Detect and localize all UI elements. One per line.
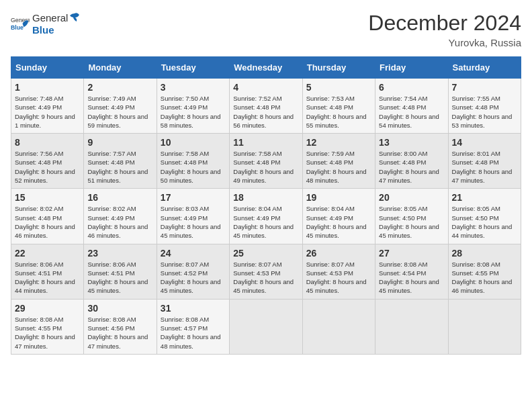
day-number: 5 <box>306 82 371 93</box>
calendar-cell: 9 Sunrise: 7:57 AM Sunset: 4:48 PM Dayli… <box>84 134 157 189</box>
calendar-cell: 29 Sunrise: 8:08 AM Sunset: 4:55 PM Dayl… <box>11 299 84 354</box>
day-info: Sunrise: 8:08 AM Sunset: 4:57 PM Dayligh… <box>161 315 226 351</box>
day-info: Sunrise: 8:05 AM Sunset: 4:50 PM Dayligh… <box>379 204 444 240</box>
calendar-cell: 21 Sunrise: 8:05 AM Sunset: 4:50 PM Dayl… <box>448 189 521 244</box>
logo-text-blue: Blue <box>32 24 54 36</box>
page-header: General Blue General Blue December 2024 … <box>11 11 521 48</box>
logo-text-general: General <box>32 12 68 24</box>
logo-icon: General Blue <box>11 14 30 33</box>
calendar-cell: 11 Sunrise: 7:58 AM Sunset: 4:48 PM Dayl… <box>230 134 302 189</box>
day-number: 26 <box>306 248 371 259</box>
calendar-cell: 1 Sunrise: 7:48 AM Sunset: 4:49 PM Dayli… <box>11 79 84 134</box>
calendar-cell: 13 Sunrise: 8:00 AM Sunset: 4:48 PM Dayl… <box>375 134 448 189</box>
calendar-week-row: 29 Sunrise: 8:08 AM Sunset: 4:55 PM Dayl… <box>11 299 521 354</box>
calendar-cell: 2 Sunrise: 7:49 AM Sunset: 4:49 PM Dayli… <box>84 79 157 134</box>
day-info: Sunrise: 8:03 AM Sunset: 4:49 PM Dayligh… <box>161 204 226 240</box>
subtitle: Yurovka, Russia <box>368 37 521 48</box>
calendar-cell: 15 Sunrise: 8:02 AM Sunset: 4:48 PM Dayl… <box>11 189 84 244</box>
day-info: Sunrise: 7:52 AM Sunset: 4:48 PM Dayligh… <box>233 94 298 130</box>
logo-bird-icon <box>68 11 81 24</box>
header-tuesday: Tuesday <box>157 57 229 79</box>
calendar-week-row: 1 Sunrise: 7:48 AM Sunset: 4:49 PM Dayli… <box>11 79 521 134</box>
day-info: Sunrise: 7:54 AM Sunset: 4:48 PM Dayligh… <box>379 94 444 130</box>
day-number: 8 <box>15 137 80 148</box>
calendar-cell: 8 Sunrise: 7:56 AM Sunset: 4:48 PM Dayli… <box>11 134 84 189</box>
day-info: Sunrise: 8:02 AM Sunset: 4:48 PM Dayligh… <box>15 204 80 240</box>
calendar-week-row: 8 Sunrise: 7:56 AM Sunset: 4:48 PM Dayli… <box>11 134 521 189</box>
calendar-cell: 23 Sunrise: 8:06 AM Sunset: 4:51 PM Dayl… <box>84 244 157 299</box>
day-info: Sunrise: 8:05 AM Sunset: 4:50 PM Dayligh… <box>452 204 517 240</box>
day-info: Sunrise: 7:50 AM Sunset: 4:49 PM Dayligh… <box>161 94 226 130</box>
day-info: Sunrise: 7:55 AM Sunset: 4:48 PM Dayligh… <box>452 94 517 130</box>
calendar-cell: 22 Sunrise: 8:06 AM Sunset: 4:51 PM Dayl… <box>11 244 84 299</box>
day-info: Sunrise: 7:56 AM Sunset: 4:48 PM Dayligh… <box>15 149 80 185</box>
calendar-cell: 6 Sunrise: 7:54 AM Sunset: 4:48 PM Dayli… <box>375 79 448 134</box>
calendar-week-row: 15 Sunrise: 8:02 AM Sunset: 4:48 PM Dayl… <box>11 189 521 244</box>
calendar-cell <box>448 299 521 354</box>
day-info: Sunrise: 8:06 AM Sunset: 4:51 PM Dayligh… <box>87 260 152 295</box>
day-number: 13 <box>379 137 444 148</box>
day-number: 11 <box>233 137 298 148</box>
day-info: Sunrise: 8:04 AM Sunset: 4:49 PM Dayligh… <box>233 204 298 240</box>
day-info: Sunrise: 7:49 AM Sunset: 4:49 PM Dayligh… <box>87 94 152 130</box>
day-info: Sunrise: 8:08 AM Sunset: 4:55 PM Dayligh… <box>15 315 80 351</box>
day-info: Sunrise: 7:59 AM Sunset: 4:48 PM Dayligh… <box>306 149 371 185</box>
day-number: 4 <box>233 82 298 93</box>
calendar-cell: 28 Sunrise: 8:08 AM Sunset: 4:55 PM Dayl… <box>448 244 521 299</box>
days-of-week-row: Sunday Monday Tuesday Wednesday Thursday… <box>11 57 521 79</box>
day-number: 23 <box>87 248 152 259</box>
calendar-cell: 5 Sunrise: 7:53 AM Sunset: 4:48 PM Dayli… <box>302 79 375 134</box>
day-info: Sunrise: 8:07 AM Sunset: 4:53 PM Dayligh… <box>306 260 371 295</box>
calendar-cell: 31 Sunrise: 8:08 AM Sunset: 4:57 PM Dayl… <box>157 299 229 354</box>
calendar-cell: 16 Sunrise: 8:02 AM Sunset: 4:49 PM Dayl… <box>84 189 157 244</box>
day-number: 14 <box>452 137 517 148</box>
calendar-cell: 12 Sunrise: 7:59 AM Sunset: 4:48 PM Dayl… <box>302 134 375 189</box>
calendar-cell: 24 Sunrise: 8:07 AM Sunset: 4:52 PM Dayl… <box>157 244 229 299</box>
header-saturday: Saturday <box>448 57 521 79</box>
header-monday: Monday <box>84 57 157 79</box>
day-number: 22 <box>15 248 80 259</box>
day-info: Sunrise: 8:02 AM Sunset: 4:49 PM Dayligh… <box>87 204 152 240</box>
header-wednesday: Wednesday <box>230 57 302 79</box>
day-info: Sunrise: 8:08 AM Sunset: 4:55 PM Dayligh… <box>452 260 517 295</box>
calendar-cell: 19 Sunrise: 8:04 AM Sunset: 4:49 PM Dayl… <box>302 189 375 244</box>
title-block: December 2024 Yurovka, Russia <box>368 11 521 48</box>
calendar-cell: 18 Sunrise: 8:04 AM Sunset: 4:49 PM Dayl… <box>230 189 302 244</box>
calendar-cell <box>375 299 448 354</box>
day-number: 7 <box>452 82 517 93</box>
day-number: 16 <box>87 192 152 203</box>
day-number: 28 <box>452 248 517 259</box>
calendar-body: 1 Sunrise: 7:48 AM Sunset: 4:49 PM Dayli… <box>11 79 521 355</box>
calendar-cell <box>230 299 302 354</box>
day-info: Sunrise: 7:57 AM Sunset: 4:48 PM Dayligh… <box>87 149 152 185</box>
calendar-table: Sunday Monday Tuesday Wednesday Thursday… <box>11 56 521 355</box>
day-number: 12 <box>306 137 371 148</box>
day-number: 29 <box>15 303 80 314</box>
calendar-cell: 17 Sunrise: 8:03 AM Sunset: 4:49 PM Dayl… <box>157 189 229 244</box>
day-info: Sunrise: 8:04 AM Sunset: 4:49 PM Dayligh… <box>306 204 371 240</box>
calendar-cell: 27 Sunrise: 8:08 AM Sunset: 4:54 PM Dayl… <box>375 244 448 299</box>
day-info: Sunrise: 7:48 AM Sunset: 4:49 PM Dayligh… <box>15 94 80 130</box>
day-number: 20 <box>379 192 444 203</box>
day-number: 9 <box>87 137 152 148</box>
day-info: Sunrise: 7:58 AM Sunset: 4:48 PM Dayligh… <box>161 149 226 185</box>
day-number: 21 <box>452 192 517 203</box>
day-number: 3 <box>161 82 226 93</box>
calendar-cell: 26 Sunrise: 8:07 AM Sunset: 4:53 PM Dayl… <box>302 244 375 299</box>
day-info: Sunrise: 8:07 AM Sunset: 4:53 PM Dayligh… <box>233 260 298 295</box>
day-info: Sunrise: 8:00 AM Sunset: 4:48 PM Dayligh… <box>379 149 444 185</box>
day-number: 1 <box>15 82 80 93</box>
day-number: 15 <box>15 192 80 203</box>
day-info: Sunrise: 8:08 AM Sunset: 4:54 PM Dayligh… <box>379 260 444 295</box>
calendar-week-row: 22 Sunrise: 8:06 AM Sunset: 4:51 PM Dayl… <box>11 244 521 299</box>
main-title: December 2024 <box>368 11 521 36</box>
day-number: 2 <box>87 82 152 93</box>
day-info: Sunrise: 8:01 AM Sunset: 4:48 PM Dayligh… <box>452 149 517 185</box>
day-number: 18 <box>233 192 298 203</box>
calendar-cell: 25 Sunrise: 8:07 AM Sunset: 4:53 PM Dayl… <box>230 244 302 299</box>
svg-text:Blue: Blue <box>11 24 24 31</box>
day-number: 30 <box>87 303 152 314</box>
day-info: Sunrise: 7:53 AM Sunset: 4:48 PM Dayligh… <box>306 94 371 130</box>
day-info: Sunrise: 8:06 AM Sunset: 4:51 PM Dayligh… <box>15 260 80 295</box>
logo: General Blue General Blue <box>11 11 81 36</box>
